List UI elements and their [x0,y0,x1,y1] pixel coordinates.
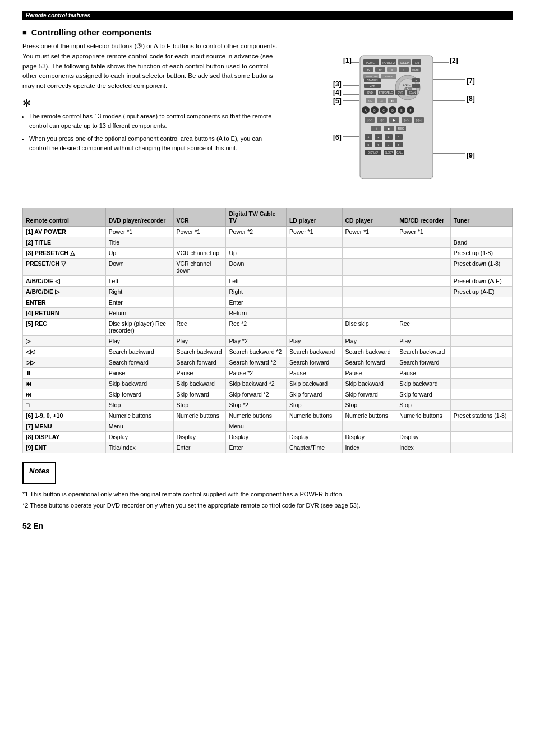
table-cell-1-0: [2] TITLE [23,237,106,248]
table-cell-5-1: Right [105,287,173,297]
table-cell-13-7 [450,379,512,389]
col-header-cd: CD player [342,208,396,227]
svg-text:CALL: CALL [396,151,403,154]
svg-text:STATION: STATION [367,79,378,82]
table-cell-16-4: Numeric buttons [286,411,342,421]
table-cell-18-7 [450,432,512,442]
note-item-2: *2 These buttons operate your DVD record… [22,501,513,511]
table-cell-18-5: Display [342,432,396,442]
col-header-mdcd: MD/CD recorder [396,208,451,227]
notes-list: *1 This button is operational only when … [22,490,513,510]
table-cell-17-5 [342,421,396,432]
table-cell-7-0: [4] RETURN [23,308,106,319]
table-cell-2-0: [3] PRESET/CH △ [23,248,106,259]
svg-text:[5]: [5] [333,97,342,105]
left-column: Press one of the input selector buttons … [22,42,280,199]
table-cell-12-4: Pause [286,368,342,379]
table-cell-19-6: Index [396,442,451,453]
table-cell-5-6 [396,287,451,297]
table-cell-4-5 [342,276,396,287]
svg-text:MENU: MENU [404,87,412,90]
table-cell-16-0: [6] 1-9, 0, +10 [23,411,106,421]
header-bar: Remote control features [22,11,513,20]
svg-text:ON/VOLUME: ON/VOLUME [365,75,378,78]
svg-text:[2]: [2] [450,57,458,64]
col-header-tuner: Tuner [450,208,512,227]
remote-diagram: POWER POWER2 SLEEP +10 TV AV 0 1 [321,47,483,199]
svg-text:▷▷|: ▷▷| [416,118,421,122]
svg-text:F: F [409,109,411,112]
tips-section: ✼ The remote control has 13 modes (input… [22,97,280,153]
svg-text:2: 2 [378,135,380,139]
svg-text:D: D [391,109,394,112]
table-cell-6-6 [396,297,451,308]
table-cell-12-3: Pause *2 [226,368,286,379]
table-cell-10-6: Search backward [396,347,451,357]
svg-text:C: C [382,109,385,112]
svg-text:DVR: DVR [398,91,403,94]
svg-text:SCAN: SCAN [409,91,416,94]
svg-text:SLEEP: SLEEP [400,61,409,64]
table-cell-8-2: Rec [173,319,226,336]
table-cell-14-1: Skip forward [105,389,173,400]
table-cell-1-5 [342,237,396,248]
tip-icon: ✼ [22,97,280,109]
table-row: [5] RECDisc skip (player) Rec (recorder)… [23,319,513,336]
svg-text:1: 1 [368,135,370,139]
table-cell-8-6: Rec [396,319,451,336]
table-cell-19-3: Enter [226,442,286,453]
section-title: Controlling other components [22,27,513,37]
table-cell-0-5: Power *1 [342,227,396,237]
table-cell-18-0: [8] DISPLAY [23,432,106,442]
content-area: Press one of the input selector buttons … [22,42,513,199]
tip-item-1: The remote control has 13 modes (input a… [29,112,280,131]
svg-text:⏸: ⏸ [375,127,378,130]
table-cell-5-2 [173,287,226,297]
svg-text:6: 6 [378,143,380,146]
table-cell-6-7 [450,297,512,308]
notes-title: Notes [29,467,49,475]
svg-text:4: 4 [398,135,400,139]
table-cell-0-3: Power *2 [226,227,286,237]
col-header-vcr: VCR [173,208,226,227]
table-cell-6-1: Enter [105,297,173,308]
table-cell-13-0: ⏮ [23,379,106,389]
table-cell-4-6 [396,276,451,287]
table-cell-9-4: Play [286,336,342,347]
table-row: ⏸PausePausePause *2PausePausePause [23,368,513,379]
table-cell-18-6: Display [396,432,451,442]
table-row: ◁◁Search backwardSearch backwardSearch b… [23,347,513,357]
table-cell-16-3: Numeric buttons [226,411,286,421]
table-cell-12-2: Pause [173,368,226,379]
svg-text:POWER: POWER [366,61,377,64]
table-cell-17-4 [286,421,342,432]
table-cell-8-0: [5] REC [23,319,106,336]
svg-text:POWER2: POWER2 [382,61,395,64]
table-cell-15-0: □ [23,400,106,411]
svg-text:7: 7 [388,143,390,146]
svg-text:[3]: [3] [333,80,342,88]
table-cell-11-0: ▷▷ [23,357,106,368]
section-title-text: Controlling other components [31,27,152,37]
table-row: [4] RETURNReturnReturn [23,308,513,319]
col-header-ld: LD player [286,208,342,227]
page: Remote control features Controlling othe… [0,0,535,756]
svg-text:MUTE: MUTE [412,68,419,71]
table-row: ▷PlayPlayPlay *2PlayPlayPlay [23,336,513,347]
table-cell-12-7 [450,368,512,379]
notes-box: Notes [22,462,56,484]
notes-section: Notes *1 This button is operational only… [22,462,513,510]
table-cell-7-7 [450,308,512,319]
table-cell-13-4: Skip backward [286,379,342,389]
table-cell-3-7: Preset down (1-8) [450,259,512,276]
table-cell-0-7 [450,227,512,237]
note-item-1: *1 This button is operational only when … [22,490,513,500]
table-row: ENTEREnterEnter [23,297,513,308]
table-row: [9] ENTTitle/IndexEnterEnterChapter/Time… [23,442,513,453]
svg-text:STB/CABLE: STB/CABLE [379,91,393,94]
table-cell-13-6: Skip backward [396,379,451,389]
table-cell-2-1: Up [105,248,173,259]
table-cell-19-4: Chapter/Time [286,442,342,453]
table-cell-4-3: Left [226,276,286,287]
table-cell-4-7: Preset down (A-E) [450,276,512,287]
